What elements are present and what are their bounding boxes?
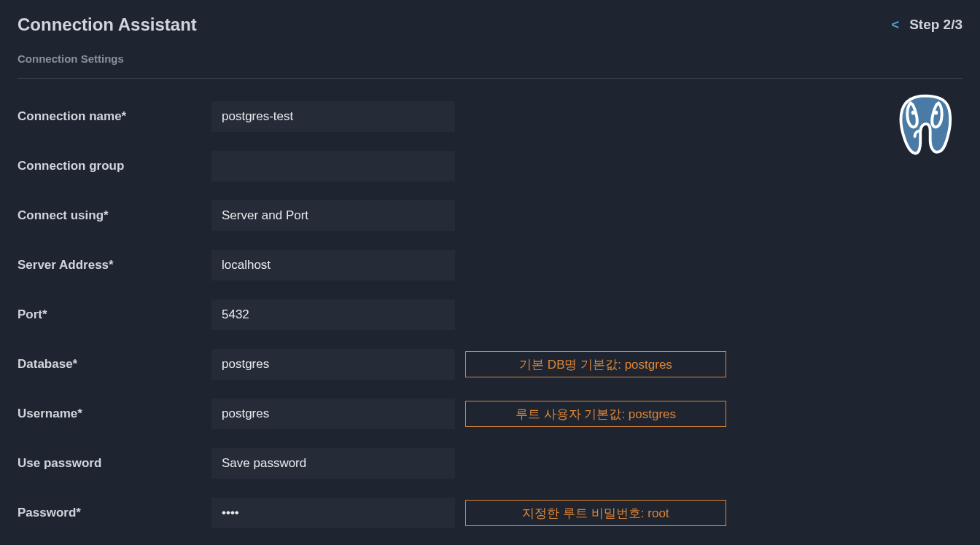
input-port[interactable] [211,299,455,330]
svg-point-0 [911,111,916,115]
row-username: Username* 루트 사용자 기본값: postgres [18,389,962,439]
label-port: Port* [18,307,211,322]
header: Connection Assistant < Step 2/3 [18,15,962,35]
section-subtitle: Connection Settings [18,52,962,65]
input-username[interactable] [211,399,455,429]
input-password[interactable] [211,498,455,528]
page-title: Connection Assistant [18,15,197,35]
postgres-logo-icon [890,90,960,160]
select-connect-using-value: Server and Port [222,208,308,223]
row-connection-group: Connection group [18,141,962,191]
label-connect-using: Connect using* [18,208,211,223]
annotation-database: 기본 DB명 기본값: postgres [465,351,726,377]
label-username: Username* [18,407,211,421]
back-button[interactable]: < [892,17,900,33]
row-use-password: Use password Save password [18,439,962,488]
label-connection-group: Connection group [18,159,211,173]
row-port: Port* [18,290,962,340]
row-database: Database* 기본 DB명 기본값: postgres [18,340,962,389]
content: Connection name* Connection group Connec… [18,92,962,538]
row-server-address: Server Address* [18,240,962,290]
divider [18,78,962,79]
input-connection-name[interactable] [211,101,455,132]
annotation-username: 루트 사용자 기본값: postgres [465,401,726,427]
step-nav: < Step 2/3 [892,17,962,33]
row-connection-name: Connection name* [18,92,962,141]
svg-point-1 [933,111,938,115]
select-connect-using[interactable]: Server and Port [211,200,455,231]
annotation-password: 지정한 루트 비밀번호: root [465,500,726,526]
label-server-address: Server Address* [18,258,211,272]
row-password: Password* 지정한 루트 비밀번호: root [18,488,962,538]
select-use-password-value: Save password [222,456,306,471]
input-connection-group[interactable] [211,151,455,181]
label-password: Password* [18,506,211,520]
label-use-password: Use password [18,456,211,471]
row-connect-using: Connect using* Server and Port [18,191,962,240]
label-connection-name: Connection name* [18,109,211,124]
step-indicator: Step 2/3 [909,17,962,33]
select-use-password[interactable]: Save password [211,448,455,479]
label-database: Database* [18,357,211,372]
input-server-address[interactable] [211,250,455,281]
input-database[interactable] [211,349,455,380]
